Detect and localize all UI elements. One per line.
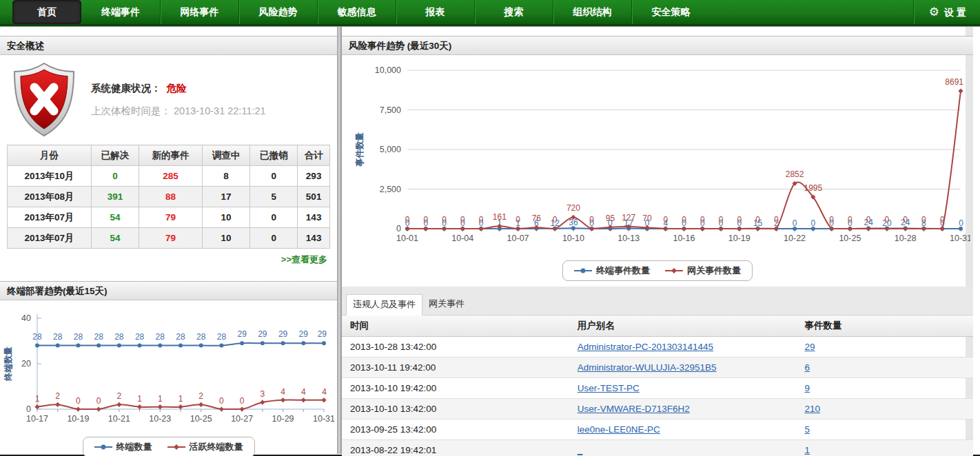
last-check-label: 上次体检时间是： bbox=[91, 105, 171, 116]
data-point bbox=[76, 344, 80, 348]
nav-tab-7[interactable]: 组织结构 bbox=[553, 0, 631, 24]
legend-label: 终端事件数量 bbox=[596, 265, 650, 277]
last-check-value: 2013-10-31 22:11:21 bbox=[174, 105, 266, 116]
security-overview-header: 安全概述 bbox=[0, 36, 337, 55]
event-count-link[interactable]: 5 bbox=[805, 424, 810, 435]
svg-text:0: 0 bbox=[76, 396, 81, 406]
svg-text:10-28: 10-28 bbox=[895, 234, 917, 243]
svg-text:76: 76 bbox=[532, 214, 542, 223]
data-point bbox=[301, 397, 306, 402]
legend-item-0[interactable]: 终端数量 bbox=[94, 441, 152, 453]
event-count-link[interactable]: 29 bbox=[805, 342, 815, 352]
nav-tab-3[interactable]: 风险趋势 bbox=[238, 0, 317, 24]
svg-text:0: 0 bbox=[940, 215, 945, 225]
user-alias-link[interactable]: lee0ne-LEE0NE-PC bbox=[578, 424, 660, 435]
table-cell: 88 bbox=[139, 187, 203, 207]
settings-button[interactable]: ⚙设 置 bbox=[913, 0, 973, 24]
event-tab-1[interactable]: 网关事件 bbox=[422, 294, 471, 315]
legend-label: 活跃终端数量 bbox=[190, 441, 243, 453]
svg-text:0: 0 bbox=[442, 215, 447, 225]
svg-text:0: 0 bbox=[423, 215, 428, 225]
table-row: 2013年07月5479100143 bbox=[8, 207, 330, 228]
month-table-header: 新的事件 bbox=[139, 145, 203, 166]
legend-item-1[interactable]: 网关事件数量 bbox=[665, 265, 741, 277]
table-cell: 0 bbox=[250, 166, 298, 187]
table-cell: 285 bbox=[139, 166, 203, 187]
svg-text:29: 29 bbox=[258, 329, 267, 339]
svg-text:2,500: 2,500 bbox=[380, 185, 401, 194]
events-table: 时间用户别名事件数量2013-10-28 13:42:00Administrat… bbox=[342, 315, 973, 456]
events-table-header: 事件数量 bbox=[797, 315, 974, 336]
nav-tab-8[interactable]: 安全策略 bbox=[631, 0, 710, 24]
svg-text:7,500: 7,500 bbox=[380, 105, 401, 115]
svg-text:0: 0 bbox=[405, 215, 410, 225]
event-time: 2013-10-11 19:42:00 bbox=[342, 357, 569, 377]
svg-text:29: 29 bbox=[237, 329, 247, 339]
legend-marker-icon bbox=[665, 267, 683, 275]
user-alias-link[interactable]: User-TEST-PC bbox=[578, 383, 640, 393]
event-tab-0[interactable]: 违规人员及事件 bbox=[346, 294, 422, 315]
event-count-link[interactable]: 1 bbox=[805, 445, 810, 455]
health-status-label: 系统健康状况： bbox=[91, 83, 161, 94]
data-point bbox=[199, 344, 203, 348]
svg-text:10-19: 10-19 bbox=[728, 234, 751, 243]
nav-tab-1[interactable]: 终端事件 bbox=[81, 0, 160, 24]
svg-text:0: 0 bbox=[848, 215, 853, 225]
svg-text:28: 28 bbox=[53, 332, 63, 342]
table-row: 2013年07月5479100143 bbox=[8, 228, 330, 249]
event-count-link[interactable]: 210 bbox=[805, 404, 821, 414]
table-cell: 0 bbox=[91, 166, 139, 187]
data-point bbox=[138, 344, 142, 348]
svg-text:2852: 2852 bbox=[786, 169, 804, 179]
table-cell: 5 bbox=[250, 187, 298, 207]
svg-text:29: 29 bbox=[299, 329, 309, 339]
month-table-header: 合计 bbox=[298, 145, 330, 166]
nav-tab-4[interactable]: 敏感信息 bbox=[317, 0, 396, 24]
nav-tabs: 首页终端事件网络事件风险趋势敏感信息报表搜索组织结构安全策略 bbox=[0, 0, 710, 24]
top-nav: 首页终端事件网络事件风险趋势敏感信息报表搜索组织结构安全策略 ⚙设 置 bbox=[0, 0, 980, 26]
user-alias-link[interactable]: Administrator-PC-201303141445 bbox=[578, 342, 713, 352]
svg-text:2: 2 bbox=[198, 391, 203, 401]
svg-text:127: 127 bbox=[622, 213, 635, 222]
nav-tab-5[interactable]: 报表 bbox=[396, 0, 474, 24]
svg-text:70: 70 bbox=[642, 214, 652, 223]
table-cell: 17 bbox=[202, 187, 249, 207]
event-count-link[interactable]: 9 bbox=[805, 383, 810, 393]
svg-text:终端数量: 终端数量 bbox=[3, 346, 13, 382]
legend-item-1[interactable]: 活跃终端数量 bbox=[167, 441, 243, 453]
nav-tab-6[interactable]: 搜索 bbox=[474, 0, 553, 24]
data-point bbox=[322, 341, 326, 345]
data-point bbox=[158, 344, 162, 348]
data-point bbox=[198, 402, 203, 407]
user-alias-link[interactable]: _ bbox=[578, 445, 583, 455]
nav-tab-0[interactable]: 首页 bbox=[12, 0, 81, 24]
security-overview-panel: 安全概述 bbox=[0, 36, 337, 266]
data-point bbox=[137, 404, 142, 409]
event-count-link[interactable]: 6 bbox=[805, 362, 810, 373]
svg-text:2: 2 bbox=[55, 391, 60, 401]
table-cell: 501 bbox=[298, 187, 330, 207]
svg-text:10,000: 10,000 bbox=[375, 65, 401, 75]
user-alias-link[interactable]: Administrator-WULUJIA-32951B5 bbox=[578, 362, 717, 373]
svg-text:10-10: 10-10 bbox=[562, 234, 584, 243]
svg-text:0: 0 bbox=[829, 215, 834, 225]
data-point bbox=[301, 341, 305, 345]
risk-trend-panel: 风险事件趋势 (最近30天) 02,5005,0007,50010,00010-… bbox=[342, 36, 973, 281]
nav-tab-2[interactable]: 网络事件 bbox=[160, 0, 238, 24]
svg-text:0: 0 bbox=[553, 215, 558, 225]
user-alias-link[interactable]: User-VMWARE-D713F6H2 bbox=[578, 404, 690, 414]
legend-item-0[interactable]: 终端事件数量 bbox=[574, 265, 650, 277]
settings-label: 设 置 bbox=[944, 7, 966, 18]
view-more-link[interactable]: >>查看更多 bbox=[281, 254, 327, 265]
view-more-row: >>查看更多 bbox=[0, 253, 327, 266]
data-point bbox=[219, 406, 224, 411]
shield-error-icon bbox=[10, 61, 79, 138]
content-area: 安全概述 bbox=[0, 26, 980, 454]
event-time: 2013-08-22 19:42:01 bbox=[342, 439, 569, 456]
legend-label: 终端数量 bbox=[116, 441, 152, 453]
svg-text:0: 0 bbox=[700, 215, 705, 225]
svg-text:4: 4 bbox=[280, 387, 285, 397]
svg-text:28: 28 bbox=[74, 332, 83, 342]
svg-text:10-22: 10-22 bbox=[784, 234, 806, 243]
svg-text:20: 20 bbox=[21, 359, 31, 369]
